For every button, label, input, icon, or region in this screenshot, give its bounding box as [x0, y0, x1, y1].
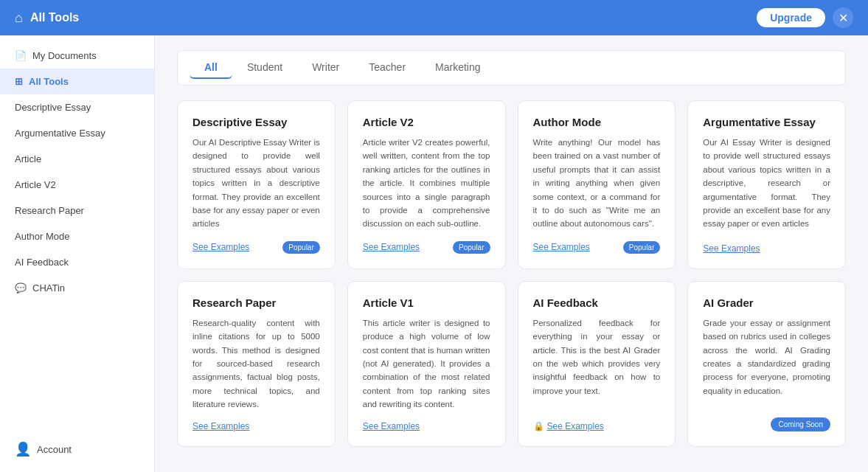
- badge-popular-author-mode: Popular: [623, 241, 660, 254]
- sidebar-item-ai-feedback[interactable]: AI Feedback: [0, 249, 154, 275]
- card-research-paper: Research Paper Research-quality content …: [177, 281, 336, 448]
- card-title-article-v1: Article V1: [363, 296, 490, 309]
- tab-marketing[interactable]: Marketing: [420, 57, 495, 79]
- header-title: All Tools: [30, 11, 79, 24]
- sidebar: 📄 My Documents ⊞ All Tools Descriptive E…: [0, 35, 155, 472]
- card-article-v1: Article V1 This article writer is design…: [347, 281, 506, 448]
- sidebar-top: 📄 My Documents ⊞ All Tools Descriptive E…: [0, 43, 154, 301]
- card-desc-author-mode: Write anything! Our model has been train…: [533, 136, 661, 231]
- sidebar-label-argumentative-essay: Argumentative Essay: [15, 128, 105, 139]
- card-desc-ai-feedback: Personalized feedback for everything in …: [533, 316, 661, 412]
- tab-writer[interactable]: Writer: [297, 57, 354, 79]
- account-label: Account: [37, 444, 72, 455]
- see-examples-descriptive-essay[interactable]: See Examples: [192, 242, 249, 252]
- sidebar-bottom: 👤 Account: [0, 434, 154, 465]
- see-examples-article-v1[interactable]: See Examples: [363, 421, 420, 431]
- document-icon: 📄: [15, 50, 27, 61]
- sidebar-item-article[interactable]: Article: [0, 146, 154, 172]
- content-area: All Student Writer Teacher Marketing Des…: [155, 35, 868, 472]
- tab-teacher[interactable]: Teacher: [354, 57, 420, 79]
- card-desc-ai-grader: Grade your essay or assignment based on …: [703, 316, 830, 408]
- grid-icon: ⊞: [15, 76, 23, 87]
- badge-coming-soon-ai-grader: Coming Soon: [771, 417, 830, 431]
- sidebar-label-chatin: CHATin: [32, 282, 65, 294]
- card-title-ai-grader: AI Grader: [703, 296, 830, 309]
- home-icon: ⌂: [15, 10, 23, 26]
- sidebar-label-article: Article: [15, 153, 41, 164]
- see-examples-argumentative-essay[interactable]: See Examples: [703, 243, 760, 254]
- see-examples-article-v2[interactable]: See Examples: [363, 242, 420, 252]
- close-button[interactable]: ✕: [833, 7, 853, 28]
- sidebar-label-descriptive-essay: Descriptive Essay: [15, 102, 91, 113]
- tab-student[interactable]: Student: [232, 57, 297, 79]
- card-argumentative-essay: Argumentative Essay Our AI Essay Writer …: [687, 100, 846, 269]
- card-title-research-paper: Research Paper: [192, 296, 320, 309]
- card-footer-article-v1: See Examples: [363, 421, 490, 431]
- card-desc-article-v1: This article writer is designed to produ…: [363, 316, 490, 412]
- sidebar-label-all-tools: All Tools: [29, 76, 69, 87]
- cards-row-2: Research Paper Research-quality content …: [177, 281, 846, 448]
- tab-all[interactable]: All: [190, 57, 232, 79]
- card-title-argumentative-essay: Argumentative Essay: [703, 116, 830, 128]
- tabs-bar: All Student Writer Teacher Marketing: [177, 50, 846, 86]
- sidebar-item-research-paper[interactable]: Research Paper: [0, 198, 154, 223]
- card-footer-argumentative-essay: See Examples: [703, 243, 830, 254]
- lock-icon: 🔒: [533, 421, 544, 431]
- card-title-article-v2: Article V2: [363, 116, 490, 128]
- card-desc-argumentative-essay: Our AI Essay Writer is designed to provi…: [703, 136, 830, 233]
- see-examples-ai-feedback[interactable]: See Examples: [547, 421, 604, 431]
- sidebar-item-all-tools[interactable]: ⊞ All Tools: [0, 69, 154, 94]
- sidebar-label-research-paper: Research Paper: [15, 205, 84, 216]
- sidebar-label-article-v2: Article V2: [15, 179, 56, 190]
- account-icon: 👤: [15, 441, 31, 457]
- card-ai-grader: AI Grader Grade your essay or assignment…: [687, 281, 846, 448]
- card-descriptive-essay: Descriptive Essay Our AI Descriptive Ess…: [177, 100, 336, 269]
- card-desc-article-v2: Article writer V2 creates powerful, well…: [363, 136, 490, 231]
- card-article-v2: Article V2 Article writer V2 creates pow…: [347, 100, 506, 269]
- card-footer-research-paper: See Examples: [192, 421, 320, 431]
- card-author-mode: Author Mode Write anything! Our model ha…: [518, 100, 676, 269]
- card-desc-research-paper: Research-quality content with inline cit…: [192, 316, 320, 412]
- card-title-descriptive-essay: Descriptive Essay: [192, 116, 320, 128]
- card-desc-descriptive-essay: Our AI Descriptive Essay Writer is desig…: [192, 136, 320, 231]
- header: ⌂ All Tools Upgrade ✕: [0, 0, 868, 35]
- sidebar-label-ai-feedback: AI Feedback: [15, 257, 69, 268]
- sidebar-item-author-mode[interactable]: Author Mode: [0, 223, 154, 249]
- account-item[interactable]: 👤 Account: [15, 441, 139, 457]
- badge-popular-article-v2: Popular: [453, 241, 490, 254]
- card-footer-article-v2: See Examples Popular: [363, 241, 490, 254]
- upgrade-button[interactable]: Upgrade: [757, 8, 825, 27]
- cards-row-1: Descriptive Essay Our AI Descriptive Ess…: [177, 100, 846, 269]
- sidebar-label-my-documents: My Documents: [32, 50, 97, 61]
- card-title-ai-feedback: AI Feedback: [533, 296, 661, 309]
- card-title-author-mode: Author Mode: [533, 116, 661, 128]
- card-footer-ai-feedback: 🔒 See Examples: [533, 421, 661, 431]
- badge-popular-descriptive-essay: Popular: [282, 241, 319, 254]
- card-footer-author-mode: See Examples Popular: [533, 241, 661, 254]
- sidebar-item-article-v2[interactable]: Article V2: [0, 172, 154, 198]
- see-examples-research-paper[interactable]: See Examples: [192, 421, 249, 431]
- card-ai-feedback: AI Feedback Personalized feedback for ev…: [518, 281, 676, 448]
- card-footer-ai-grader: Coming Soon: [703, 417, 830, 431]
- sidebar-item-argumentative-essay[interactable]: Argumentative Essay: [0, 120, 154, 146]
- card-footer-descriptive-essay: See Examples Popular: [192, 241, 320, 254]
- sidebar-item-my-documents[interactable]: 📄 My Documents: [0, 43, 154, 69]
- see-examples-author-mode[interactable]: See Examples: [533, 242, 590, 252]
- sidebar-item-descriptive-essay[interactable]: Descriptive Essay: [0, 94, 154, 120]
- main-layout: 📄 My Documents ⊞ All Tools Descriptive E…: [0, 35, 868, 472]
- chat-icon: 💬: [15, 282, 27, 294]
- sidebar-item-chatin[interactable]: 💬 CHATin: [0, 275, 154, 301]
- header-right: Upgrade ✕: [757, 7, 853, 28]
- sidebar-label-author-mode: Author Mode: [15, 231, 69, 242]
- header-left: ⌂ All Tools: [15, 10, 79, 26]
